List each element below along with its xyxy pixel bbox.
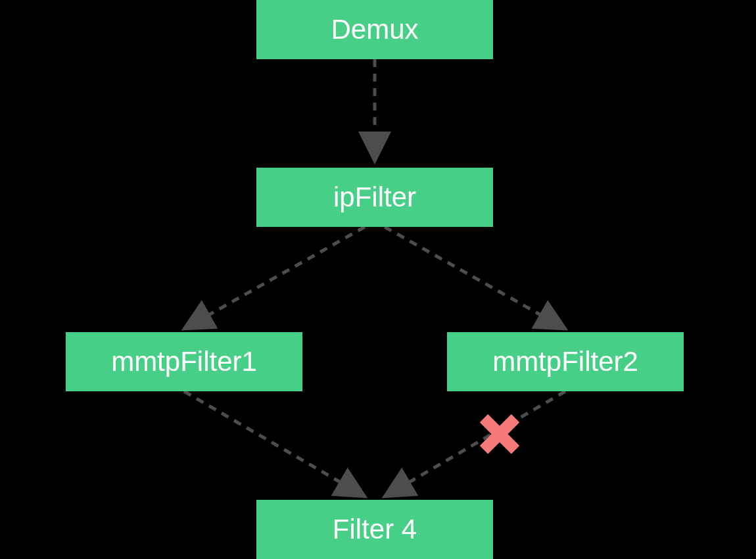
edge-ipfilter-mmtp2 — [385, 227, 565, 329]
node-filter4: Filter 4 — [256, 500, 493, 559]
filter-diagram: Demux ipFilter mmtpFilter1 mmtpFilter2 F… — [0, 0, 756, 559]
node-mmtpfilter1: mmtpFilter1 — [66, 332, 302, 391]
node-mmtpfilter1-label: mmtpFilter1 — [111, 346, 257, 377]
blocked-cross-icon — [473, 408, 526, 460]
node-filter4-label: Filter 4 — [333, 514, 417, 545]
diagram-edges — [0, 0, 756, 559]
edge-mmtp1-filter4 — [184, 391, 365, 497]
node-ipfilter-label: ipFilter — [333, 182, 416, 213]
node-demux-label: Demux — [331, 14, 418, 45]
node-mmtpfilter2-label: mmtpFilter2 — [492, 346, 638, 377]
node-mmtpfilter2: mmtpFilter2 — [447, 332, 684, 391]
node-demux: Demux — [256, 0, 493, 59]
node-ipfilter: ipFilter — [256, 168, 493, 227]
edge-ipfilter-mmtp1 — [184, 227, 365, 329]
